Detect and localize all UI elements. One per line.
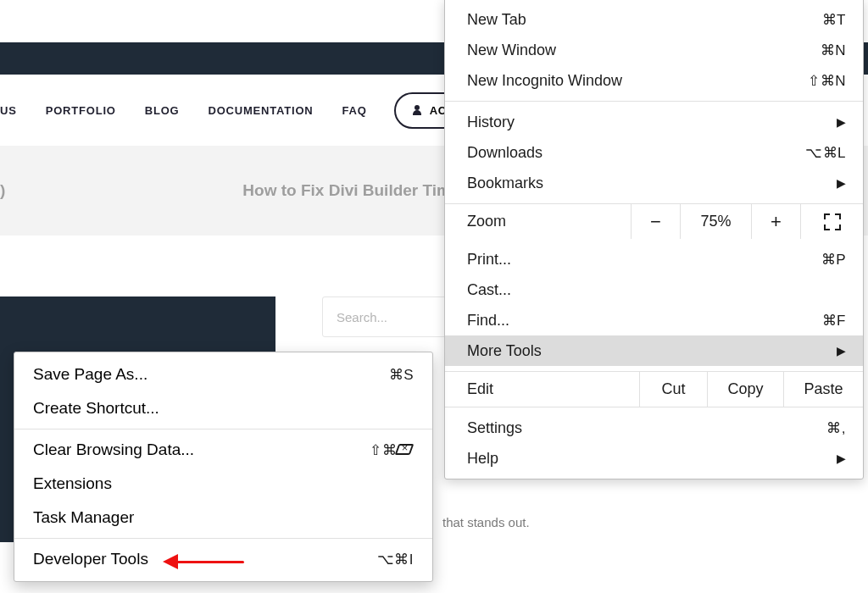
fullscreen-button[interactable] <box>800 204 863 239</box>
shortcut: ⌘P <box>821 251 846 269</box>
more-tools-submenu: Save Page As... ⌘S Create Shortcut... Cl… <box>14 352 433 582</box>
erase-icon <box>395 444 415 455</box>
zoom-label: Zoom <box>445 204 631 239</box>
shortcut: ⇧⌘N <box>808 72 846 90</box>
shortcut: ⌘N <box>821 42 846 59</box>
article-snippet: that stands out. <box>442 515 530 529</box>
chevron-right-icon: ▶ <box>837 176 846 190</box>
menu-new-incognito[interactable]: New Incognito Window ⇧⌘N <box>445 65 863 96</box>
shortcut: ⌘T <box>822 11 846 29</box>
menu-new-window[interactable]: New Window ⌘N <box>445 35 863 65</box>
zoom-in-button[interactable]: + <box>751 204 800 239</box>
submenu-save-page[interactable]: Save Page As... ⌘S <box>14 357 432 391</box>
menu-edit-row: Edit Cut Copy Paste <box>445 371 863 407</box>
menu-print[interactable]: Print... ⌘P <box>445 244 863 274</box>
menu-zoom-row: Zoom − 75% + <box>445 203 863 239</box>
chevron-right-icon: ▶ <box>837 452 846 465</box>
nav-item-documentation[interactable]: DOCUMENTATION <box>208 104 313 117</box>
menu-more-tools[interactable]: More Tools ▶ <box>445 335 863 366</box>
submenu-label: Extensions <box>33 474 112 493</box>
fullscreen-icon <box>824 213 841 230</box>
nav-item-portfolio[interactable]: PORTFOLIO <box>46 104 116 117</box>
shortcut: ⌘, <box>826 419 846 437</box>
zoom-out-button[interactable]: − <box>631 204 680 239</box>
breadcrumb-suffix: ) <box>0 181 5 200</box>
menu-label: Settings <box>467 419 522 437</box>
submenu-developer-tools[interactable]: Developer Tools ⌥⌘I <box>14 542 432 576</box>
article-title: How to Fix Divi Builder Timeo <box>242 181 470 200</box>
submenu-clear-browsing-data[interactable]: Clear Browsing Data... ⇧⌘ <box>14 433 432 467</box>
menu-label: Cast... <box>467 281 511 299</box>
submenu-label: Clear Browsing Data... <box>33 441 194 459</box>
menu-label: Help <box>467 450 498 468</box>
menu-label: New Tab <box>467 11 526 29</box>
submenu-task-manager[interactable]: Task Manager <box>14 501 432 535</box>
user-icon <box>413 105 421 115</box>
menu-label: New Incognito Window <box>467 72 622 90</box>
submenu-label: Save Page As... <box>33 365 147 384</box>
shortcut: ⌘F <box>822 312 846 330</box>
shortcut: ⌘S <box>389 366 414 384</box>
shortcut: ⇧⌘ <box>370 441 414 459</box>
chrome-main-menu: New Tab ⌘T New Window ⌘N New Incognito W… <box>444 0 864 479</box>
nav-item-blog[interactable]: BLOG <box>145 104 180 117</box>
edit-paste-button[interactable]: Paste <box>783 372 863 407</box>
menu-new-tab[interactable]: New Tab ⌘T <box>445 4 863 35</box>
menu-cast[interactable]: Cast... <box>445 274 863 305</box>
menu-label: More Tools <box>467 342 542 360</box>
menu-label: Bookmarks <box>467 175 543 192</box>
menu-downloads[interactable]: Downloads ⌥⌘L <box>445 137 863 168</box>
chevron-right-icon: ▶ <box>837 344 846 357</box>
shortcut: ⌥⌘L <box>805 144 846 162</box>
menu-history[interactable]: History ▶ <box>445 107 863 137</box>
edit-label: Edit <box>445 372 639 407</box>
search-placeholder: Search... <box>337 310 387 324</box>
chevron-right-icon: ▶ <box>837 115 846 129</box>
menu-label: New Window <box>467 42 556 59</box>
menu-settings[interactable]: Settings ⌘, <box>445 413 863 443</box>
submenu-label: Developer Tools <box>33 550 148 568</box>
menu-label: History <box>467 114 515 131</box>
menu-find[interactable]: Find... ⌘F <box>445 305 863 335</box>
menu-bookmarks[interactable]: Bookmarks ▶ <box>445 168 863 198</box>
submenu-label: Task Manager <box>33 508 134 527</box>
zoom-value: 75% <box>680 204 751 239</box>
submenu-create-shortcut[interactable]: Create Shortcut... <box>14 391 432 425</box>
menu-label: Downloads <box>467 144 542 162</box>
nav-item-faq[interactable]: FAQ <box>342 104 367 117</box>
menu-label: Print... <box>467 251 511 269</box>
menu-label: Find... <box>467 312 509 330</box>
edit-copy-button[interactable]: Copy <box>707 372 783 407</box>
nav-item-us[interactable]: US <box>0 104 17 117</box>
edit-cut-button[interactable]: Cut <box>639 372 707 407</box>
submenu-extensions[interactable]: Extensions <box>14 467 432 501</box>
submenu-label: Create Shortcut... <box>33 399 159 418</box>
menu-help[interactable]: Help ▶ <box>445 443 863 474</box>
shortcut: ⌥⌘I <box>377 551 414 568</box>
